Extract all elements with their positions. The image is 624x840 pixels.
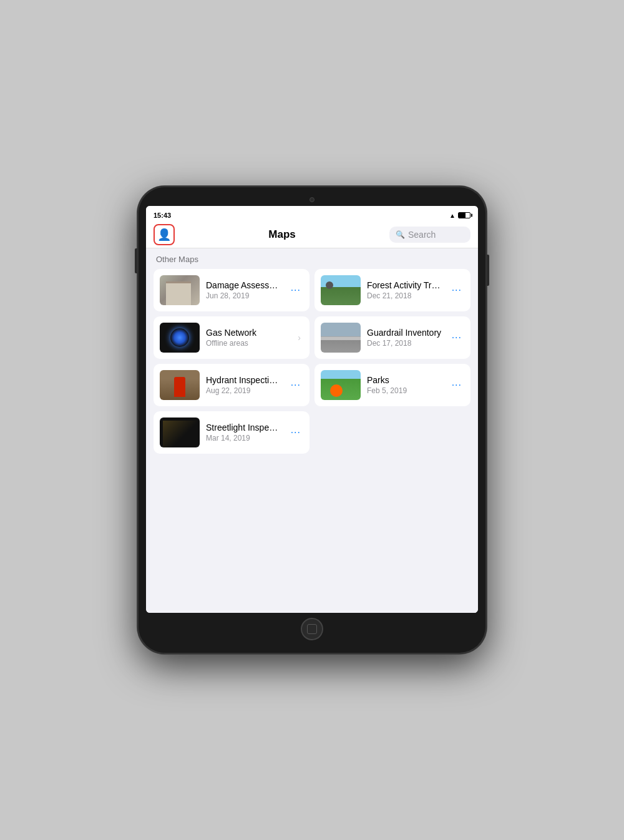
map-card-hydrant[interactable]: Hydrant Inspections Aug 22, 2019 ··· xyxy=(154,364,310,406)
map-thumbnail-hydrant xyxy=(160,370,200,400)
map-card-damage-assessment[interactable]: Damage Assessment Jun 28, 2019 ··· xyxy=(154,269,310,311)
map-thumbnail-parks xyxy=(321,370,361,400)
map-date-damage: Jun 28, 2019 xyxy=(206,291,282,300)
map-info-parks: Parks Feb 5, 2019 xyxy=(367,375,443,395)
profile-icon: 👤 xyxy=(157,228,171,242)
map-date-forest: Dec 21, 2018 xyxy=(367,291,443,300)
map-name-guardrail: Guardrail Inventory xyxy=(367,328,443,338)
more-button-forest[interactable]: ··· xyxy=(449,282,464,298)
map-thumbnail-streetlight xyxy=(160,418,200,447)
status-time: 15:43 xyxy=(154,212,171,219)
screen: 15:43 ▲ 👤 Maps 🔍 Search Other Maps xyxy=(146,206,478,613)
battery-fill xyxy=(459,213,466,218)
map-thumbnail-forest xyxy=(321,275,361,305)
map-date-streetlight: Mar 14, 2019 xyxy=(206,434,282,442)
tablet-device: 15:43 ▲ 👤 Maps 🔍 Search Other Maps xyxy=(137,186,487,654)
map-date-guardrail: Dec 17, 2018 xyxy=(367,339,443,348)
more-button-streetlight[interactable]: ··· xyxy=(288,424,303,441)
map-name-streetlight: Streetlight Inspections xyxy=(206,422,282,432)
map-subtitle-gas: Offline areas xyxy=(206,339,289,348)
camera xyxy=(310,197,314,202)
search-label: Search xyxy=(408,230,436,240)
map-date-hydrant: Aug 22, 2019 xyxy=(206,386,282,395)
battery-icon xyxy=(458,212,470,218)
map-info-damage: Damage Assessment Jun 28, 2019 xyxy=(206,280,282,300)
map-card-guardrail[interactable]: Guardrail Inventory Dec 17, 2018 ··· xyxy=(314,316,470,359)
section-header: Other Maps xyxy=(154,255,470,264)
map-card-forest-activity[interactable]: Forest Activity Tracking Dec 21, 2018 ··… xyxy=(314,269,470,311)
map-info-guardrail: Guardrail Inventory Dec 17, 2018 xyxy=(367,328,443,348)
home-button-inner xyxy=(307,624,317,634)
map-thumbnail-gas xyxy=(160,323,200,353)
search-icon: 🔍 xyxy=(396,230,405,239)
home-button-area xyxy=(301,613,323,643)
wifi-icon: ▲ xyxy=(449,212,456,219)
map-name-damage: Damage Assessment xyxy=(206,280,282,290)
page-title: Maps xyxy=(175,228,389,241)
map-name-parks: Parks xyxy=(367,375,443,385)
arrow-icon-gas: › xyxy=(295,330,303,345)
grid-spacer xyxy=(314,411,470,454)
maps-grid: Damage Assessment Jun 28, 2019 ··· Fores… xyxy=(154,269,470,454)
map-name-hydrant: Hydrant Inspections xyxy=(206,375,282,385)
home-button[interactable] xyxy=(301,618,323,640)
map-info-streetlight: Streetlight Inspections Mar 14, 2019 xyxy=(206,422,282,442)
more-button-damage[interactable]: ··· xyxy=(288,282,303,298)
map-name-forest: Forest Activity Tracking xyxy=(367,280,443,290)
map-name-gas: Gas Network xyxy=(206,328,289,338)
map-card-gas-network[interactable]: Gas Network Offline areas › xyxy=(154,316,310,359)
map-info-hydrant: Hydrant Inspections Aug 22, 2019 xyxy=(206,375,282,395)
status-icons: ▲ xyxy=(449,212,470,219)
map-thumbnail-damage xyxy=(160,275,200,305)
more-button-hydrant[interactable]: ··· xyxy=(288,377,303,393)
status-bar: 15:43 ▲ xyxy=(146,206,478,221)
profile-button[interactable]: 👤 xyxy=(154,224,175,245)
map-info-forest: Forest Activity Tracking Dec 21, 2018 xyxy=(367,280,443,300)
more-button-parks[interactable]: ··· xyxy=(449,377,464,393)
map-date-parks: Feb 5, 2019 xyxy=(367,386,443,395)
map-card-parks[interactable]: Parks Feb 5, 2019 ··· xyxy=(314,364,470,406)
search-box[interactable]: 🔍 Search xyxy=(389,227,470,243)
more-button-guardrail[interactable]: ··· xyxy=(449,330,464,346)
map-thumbnail-guardrail xyxy=(321,323,361,353)
content-area: Other Maps Damage Assessment Jun 28, 201… xyxy=(146,248,478,613)
map-card-streetlight[interactable]: Streetlight Inspections Mar 14, 2019 ··· xyxy=(154,411,310,454)
map-info-gas: Gas Network Offline areas xyxy=(206,328,289,348)
nav-bar: 👤 Maps 🔍 Search xyxy=(146,221,478,248)
